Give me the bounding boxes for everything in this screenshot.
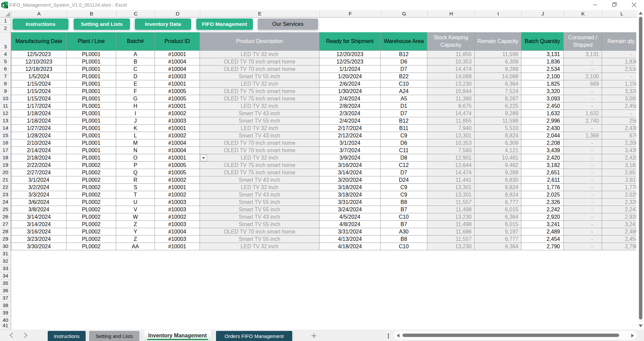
svg-text:X: X (2, 3, 5, 7)
